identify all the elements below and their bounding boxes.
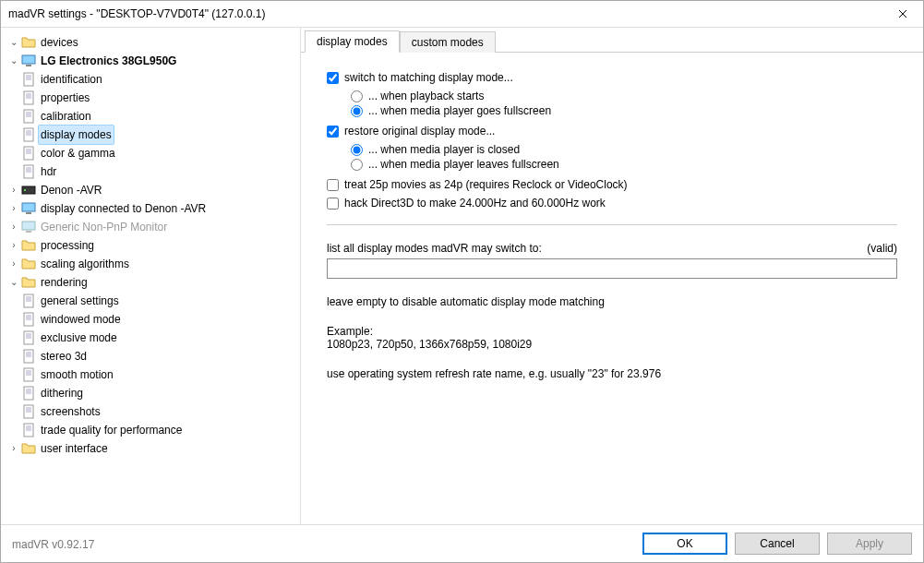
radio-input[interactable] [351,159,363,171]
modes-list-label-row: list all display modes madVR may switch … [327,242,897,255]
page-icon [21,164,36,179]
checkbox-input[interactable] [327,179,339,191]
tab-custom-modes[interactable]: custom modes [400,31,496,53]
radio-input[interactable] [351,105,363,117]
tree-item-display-modes[interactable]: display modes [8,126,300,144]
chevron-down-icon[interactable]: ⌄ [8,273,19,292]
svg-point-9 [24,189,26,191]
svg-rect-11 [26,212,31,214]
tree-label: smooth motion [39,365,115,384]
tree-label: dithering [39,384,85,402]
modes-list-input[interactable] [327,258,897,279]
monitor-icon [21,201,36,216]
checkbox-input[interactable] [327,72,339,84]
checkbox-input[interactable] [327,126,339,138]
page-icon [21,367,36,382]
version-label: madVR v0.92.17 [12,538,94,551]
tree-item-generic-monitor[interactable]: ›Generic Non-PnP Monitor [8,218,300,236]
page-icon [21,312,36,327]
tree-item-scaling[interactable]: ›scaling algorithms [8,255,300,273]
checkbox-label: restore original display mode... [344,125,495,138]
chevron-right-icon[interactable]: › [8,236,19,255]
tree-label: exclusive mode [39,329,119,347]
checkbox-restore-mode[interactable]: restore original display mode... [327,125,897,138]
radio-input[interactable] [351,144,363,156]
close-button[interactable] [882,1,923,27]
tree-item-exclusive-mode[interactable]: exclusive mode [8,329,300,347]
tree-item-identification[interactable]: identification [8,70,300,89]
tree-item-connected-denon[interactable]: ›display connected to Denon -AVR [8,199,300,218]
window-body: ⌄ devices ⌄ LG Electronics 38GL950G [1,28,923,524]
chevron-right-icon[interactable]: › [8,199,19,218]
page-icon [21,109,36,124]
tree-item-hdr[interactable]: hdr [8,162,300,181]
chevron-right-icon[interactable]: › [8,218,19,236]
tree-label: Generic Non-PnP Monitor [39,218,169,236]
apply-button[interactable]: Apply [827,533,912,555]
radio-when-fullscreen[interactable]: ... when media player goes fullscreen [351,104,897,117]
tree-item-smooth-motion[interactable]: smooth motion [8,365,300,384]
svg-rect-10 [22,203,35,211]
tree-item-properties[interactable]: properties [8,89,300,107]
tree-item-general-settings[interactable]: general settings [8,292,300,310]
tree-item-devices[interactable]: ⌄ devices [8,33,300,52]
radio-input[interactable] [351,90,363,102]
checkbox-switch-mode[interactable]: switch to matching display mode... [327,71,897,84]
radio-when-leaves-fullscreen[interactable]: ... when media player leaves fullscreen [351,158,897,171]
close-icon [898,9,907,18]
modes-list-label: list all display modes madVR may switch … [327,242,542,255]
tree-label: hdr [39,162,58,181]
tree-label: properties [39,89,91,107]
tree-item-stereo3d[interactable]: stereo 3d [8,347,300,365]
tree-item-lg[interactable]: ⌄ LG Electronics 38GL950G [8,52,300,70]
tree-item-color-gamma[interactable]: color & gamma [8,144,300,162]
tab-display-modes[interactable]: display modes [305,30,400,53]
folder-icon [21,441,36,456]
example-label: Example: [327,325,897,338]
device-icon [21,183,36,198]
tree-label: identification [39,70,104,89]
tree-label: Denon -AVR [39,181,103,199]
chevron-down-icon[interactable]: ⌄ [8,52,19,70]
cancel-button[interactable]: Cancel [735,533,820,555]
tree-label: windowed mode [39,310,123,329]
page-icon [21,423,36,437]
tree-label: scaling algorithms [39,255,131,273]
tree-label: calibration [39,107,93,126]
chevron-down-icon[interactable]: ⌄ [8,33,19,52]
hint-leave-empty: leave empty to disable automatic display… [327,295,897,308]
tree-item-rendering[interactable]: ⌄rendering [8,273,300,292]
chevron-right-icon[interactable]: › [8,181,19,199]
checkbox-input[interactable] [327,198,339,210]
tree-label: trade quality for performance [39,421,184,439]
tree-item-windowed-mode[interactable]: windowed mode [8,310,300,329]
radio-label: ... when media player is closed [368,143,520,156]
settings-pane: switch to matching display mode... ... w… [301,53,923,524]
tree-item-trade-quality[interactable]: trade quality for performance [8,421,300,439]
nav-tree[interactable]: ⌄ devices ⌄ LG Electronics 38GL950G [1,28,301,524]
radio-label: ... when media player goes fullscreen [368,104,551,117]
svg-rect-1 [26,65,31,66]
ok-button[interactable]: OK [642,533,727,555]
page-icon [21,90,36,105]
checkbox-treat-25p[interactable]: treat 25p movies as 24p (requires Recloc… [327,178,897,191]
tree-item-processing[interactable]: ›processing [8,236,300,255]
tree-item-user-interface[interactable]: ›user interface [8,439,300,458]
tree-item-calibration[interactable]: calibration [8,107,300,126]
tree-label: user interface [39,439,110,458]
chevron-right-icon[interactable]: › [8,255,19,273]
tree-label: screenshots [39,402,102,421]
radio-when-closed[interactable]: ... when media player is closed [351,143,897,156]
button-bar: OK Cancel Apply [1,524,923,562]
tree-item-denon[interactable]: ›Denon -AVR [8,181,300,199]
page-icon [21,404,36,419]
tree-label: general settings [39,292,121,310]
chevron-right-icon[interactable]: › [8,439,19,458]
tree-item-dithering[interactable]: dithering [8,384,300,402]
radio-when-playback-starts[interactable]: ... when playback starts [351,90,897,102]
page-icon [21,72,36,87]
checkbox-label: hack Direct3D to make 24.000Hz and 60.00… [344,197,606,210]
tree-item-screenshots[interactable]: screenshots [8,402,300,421]
folder-icon [21,257,36,271]
checkbox-hack-d3d[interactable]: hack Direct3D to make 24.000Hz and 60.00… [327,197,897,210]
